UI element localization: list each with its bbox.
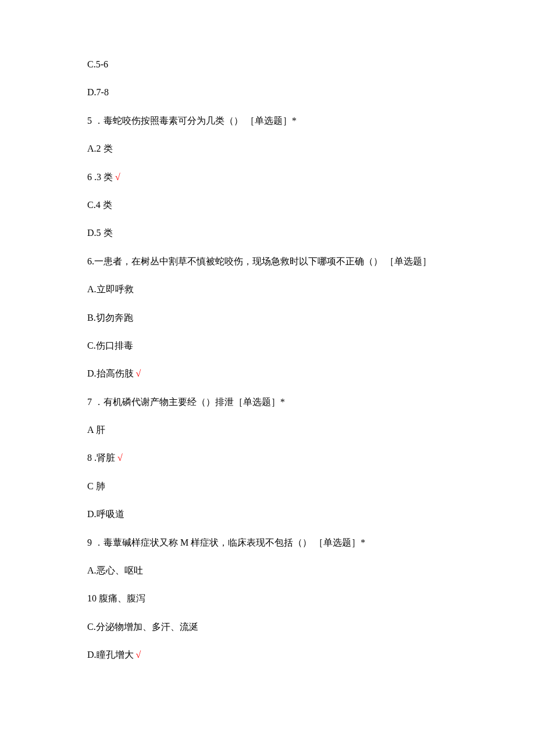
- text-line: 9 ．毒蕈碱样症状又称 M 样症状，临床表现不包括（） ［单选题］*: [87, 536, 448, 549]
- text-line: D.5 类: [87, 227, 448, 239]
- text-line: A.2 类: [87, 142, 448, 155]
- text-line: D.呼吸道: [87, 508, 448, 521]
- text-line: 5 ．毒蛇咬伤按照毒素可分为几类（） ［单选题］*: [87, 114, 448, 127]
- line-text: C.5-6: [87, 59, 108, 69]
- line-text: C.伤口排毒: [87, 341, 133, 350]
- text-line: 6.一患者，在树丛中割草不慎被蛇咬伤，现场急救时以下哪项不正确（） ［单选题］: [87, 255, 448, 268]
- line-text: 8 .肾脏: [87, 453, 115, 463]
- text-line: 6 .3 类√: [87, 171, 448, 184]
- text-line: C.伤口排毒: [87, 339, 448, 352]
- text-line: D.抬高伤肢√: [87, 367, 448, 380]
- text-line: D.7-8: [87, 86, 448, 99]
- line-text: A.恶心、呕吐: [87, 565, 143, 575]
- text-line: C.分泌物增加、多汗、流涎: [87, 621, 448, 633]
- text-line: A 肝: [87, 424, 448, 436]
- text-line: 7 ．有机磷代谢产物主要经（）排泄［单选题］*: [87, 396, 448, 409]
- line-text: B.切勿奔跑: [87, 313, 133, 323]
- line-text: 9 ．毒蕈碱样症状又称 M 样症状，临床表现不包括（） ［单选题］*: [87, 538, 365, 547]
- text-line: C.4 类: [87, 199, 448, 212]
- text-line: C 肺: [87, 480, 448, 493]
- line-text: D.瞳孔增大: [87, 650, 134, 660]
- line-text: D.5 类: [87, 228, 113, 238]
- line-text: C 肺: [87, 481, 105, 491]
- line-text: D.抬高伤肢: [87, 368, 134, 378]
- text-line: 10 腹痛、腹泻: [87, 592, 448, 605]
- document-body: C.5-6D.7-85 ．毒蛇咬伤按照毒素可分为几类（） ［单选题］*A.2 类…: [87, 58, 448, 662]
- line-text: A.立即呼救: [87, 284, 134, 294]
- line-text: C.4 类: [87, 200, 112, 210]
- correct-mark-icon: √: [136, 368, 141, 378]
- correct-mark-icon: √: [136, 650, 141, 660]
- text-line: D.瞳孔增大√: [87, 648, 448, 661]
- text-line: B.切勿奔跑: [87, 311, 448, 324]
- line-text: C.分泌物增加、多汗、流涎: [87, 622, 198, 632]
- line-text: A.2 类: [87, 144, 113, 153]
- text-line: 8 .肾脏√: [87, 452, 448, 464]
- line-text: D.7-8: [87, 87, 109, 97]
- correct-mark-icon: √: [117, 453, 123, 463]
- text-line: A.立即呼救: [87, 283, 448, 296]
- correct-mark-icon: √: [115, 172, 120, 182]
- text-line: C.5-6: [87, 58, 448, 71]
- line-text: 6.一患者，在树丛中割草不慎被蛇咬伤，现场急救时以下哪项不正确（） ［单选题］: [87, 256, 431, 266]
- line-text: 10 腹痛、腹泻: [87, 593, 145, 603]
- text-line: A.恶心、呕吐: [87, 564, 448, 577]
- line-text: 7 ．有机磷代谢产物主要经（）排泄［单选题］*: [87, 397, 285, 407]
- line-text: D.呼吸道: [87, 509, 124, 519]
- line-text: 5 ．毒蛇咬伤按照毒素可分为几类（） ［单选题］*: [87, 116, 297, 126]
- line-text: 6 .3 类: [87, 172, 113, 182]
- line-text: A 肝: [87, 425, 105, 435]
